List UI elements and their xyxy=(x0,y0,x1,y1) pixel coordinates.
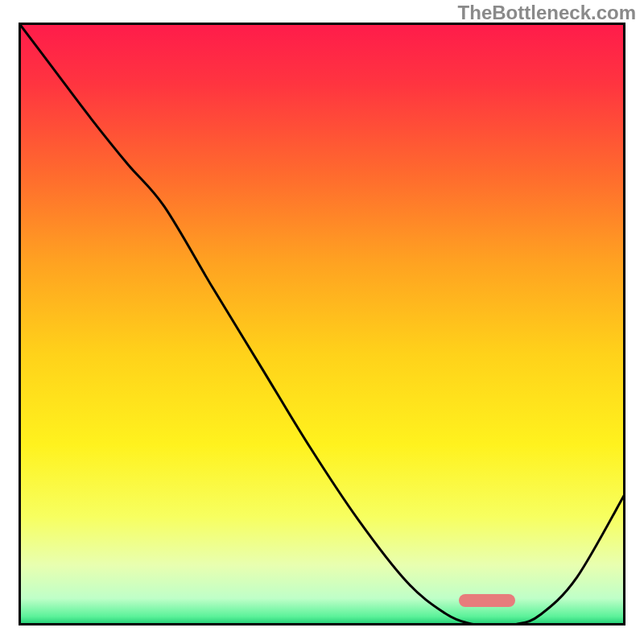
watermark-text: TheBottleneck.com xyxy=(458,2,636,24)
optimal-zone-indicator xyxy=(459,594,515,607)
bottleneck-chart xyxy=(19,23,625,625)
chart-background xyxy=(19,23,625,625)
app-frame: TheBottleneck.com xyxy=(0,0,644,644)
chart-svg xyxy=(19,23,625,625)
